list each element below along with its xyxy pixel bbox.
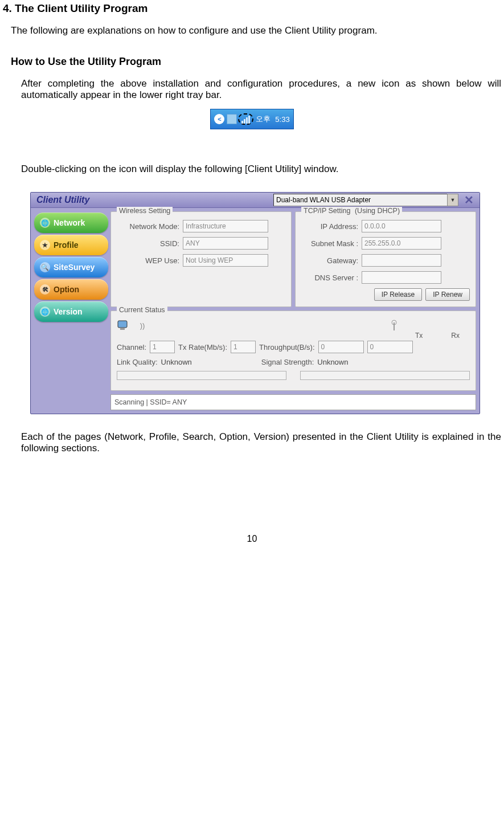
computer-icon: [117, 319, 132, 332]
nav-option[interactable]: 🛠 Option: [34, 279, 108, 300]
throughput-label: Throughput(B/s):: [259, 343, 315, 352]
client-utility-window: Client Utility Dual-band WLAN USB Adapte…: [30, 192, 480, 414]
nav-sitesurvey-label: SiteSurvey: [54, 263, 95, 272]
ip-address-label: IP Address:: [301, 222, 362, 231]
wep-field[interactable]: [183, 254, 268, 267]
ip-release-button[interactable]: IP Release: [374, 288, 422, 301]
channel-label: Channel:: [117, 343, 146, 352]
wireless-legend: Wireless Setting: [117, 207, 173, 215]
tray-meridiem: 오후: [255, 114, 272, 124]
network-mode-field[interactable]: [183, 220, 268, 232]
ssid-field[interactable]: [183, 237, 268, 250]
link-quality-label: Link Quality:: [117, 358, 158, 366]
globe-icon: 🌐: [40, 307, 50, 317]
tray-expand-arrow-icon[interactable]: <: [214, 114, 224, 124]
status-bar-text: Scanning | SSID= ANY: [114, 398, 187, 406]
nav-profile-label: Profile: [54, 240, 79, 250]
channel-field[interactable]: [150, 341, 175, 353]
adapter-select-value: Dual-band WLAN USB Adapter: [276, 196, 371, 204]
window-title: Client Utility: [36, 195, 89, 205]
adapter-select[interactable]: Dual-band WLAN USB Adapter: [273, 194, 448, 206]
subnet-mask-field[interactable]: [362, 237, 441, 250]
nav-version-label: Version: [54, 307, 83, 316]
nav-network[interactable]: 🌐 Network: [34, 213, 108, 233]
signal-strength-label: Signal Strength:: [261, 358, 314, 366]
tx-header: Tx: [415, 332, 423, 340]
antenna-icon: [387, 319, 401, 332]
tcpip-legend-extra: (Using DHCP): [355, 207, 400, 215]
subnet-mask-label: Subnet Mask :: [301, 239, 362, 248]
search-icon: 🔍: [40, 262, 50, 272]
star-icon: ★: [40, 240, 50, 250]
paragraph-3: Each of the pages (Network, Profile, Sea…: [21, 431, 501, 454]
close-icon[interactable]: ✕: [464, 193, 474, 207]
wlan-tray-highlighted-icon[interactable]: [238, 113, 253, 125]
signal-strength-bar: [300, 371, 470, 380]
signal-bars-icon: [241, 115, 250, 124]
signal-strength-value: Unknown: [317, 358, 348, 366]
link-quality-value: Unknown: [161, 358, 192, 366]
nav-profile[interactable]: ★ Profile: [34, 235, 108, 255]
dns-server-label: DNS Server :: [301, 273, 362, 282]
ssid-label: SSID:: [117, 239, 183, 248]
tray-time: 5:33: [274, 115, 289, 124]
throughput-tx-field[interactable]: [318, 341, 364, 353]
system-tray: < 오후 5:33: [210, 109, 293, 129]
txrate-field[interactable]: [231, 341, 256, 353]
sidebar: 🌐 Network ★ Profile 🔍 SiteSurvey 🛠 Optio…: [34, 211, 108, 410]
tcpip-setting-panel: TCP/IP Setting (Using DHCP) IP Address: …: [295, 211, 476, 307]
page-number: 10: [3, 534, 501, 544]
rx-header: Rx: [451, 332, 460, 340]
subsection-title: How to Use the Utility Program: [11, 56, 501, 68]
tools-icon: 🛠: [40, 284, 50, 295]
network-mode-label: Network Mode:: [117, 222, 183, 231]
link-quality-bar: [117, 371, 286, 380]
tray-app-icon-1[interactable]: [227, 114, 237, 124]
ip-address-field[interactable]: [362, 220, 441, 232]
section-title: 4. The Client Utility Program: [3, 2, 501, 15]
svg-rect-1: [120, 328, 125, 330]
adapter-select-arrow-icon[interactable]: ▼: [447, 194, 458, 206]
globe-icon: 🌐: [40, 218, 50, 228]
gateway-label: Gateway:: [301, 256, 362, 265]
nav-version[interactable]: 🌐 Version: [34, 301, 108, 322]
dns-server-field[interactable]: [362, 271, 441, 284]
status-bar: Scanning | SSID= ANY: [110, 394, 476, 410]
nav-sitesurvey[interactable]: 🔍 SiteSurvey: [34, 257, 108, 277]
tcpip-legend-text: TCP/IP Setting: [304, 207, 350, 215]
nav-network-label: Network: [54, 218, 85, 227]
paragraph-1: After completing the above installation …: [21, 78, 501, 101]
ip-renew-button[interactable]: IP Renew: [425, 288, 470, 301]
title-bar: Client Utility Dual-band WLAN USB Adapte…: [31, 193, 480, 208]
nav-option-label: Option: [54, 285, 79, 294]
tcpip-legend: TCP/IP Setting (Using DHCP): [301, 207, 402, 215]
throughput-rx-field[interactable]: [367, 341, 413, 353]
wave-icon: )): [135, 319, 150, 332]
gateway-field[interactable]: [362, 254, 441, 267]
paragraph-2: Double-clicking on the icon will display…: [21, 164, 501, 175]
txrate-label: Tx Rate(Mb/s):: [178, 343, 227, 352]
status-legend: Current Status: [117, 306, 167, 314]
wep-label: WEP Use:: [117, 256, 183, 265]
svg-rect-0: [118, 321, 127, 328]
current-status-panel: Current Status )) Tx R: [110, 311, 476, 391]
wireless-setting-panel: Wireless Setting Network Mode: SSID: WEP…: [110, 211, 292, 307]
intro-paragraph: The following are explanations on how to…: [11, 25, 501, 36]
